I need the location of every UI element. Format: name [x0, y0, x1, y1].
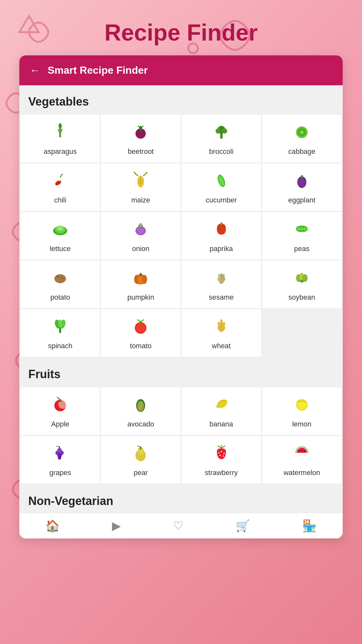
maize-icon — [132, 171, 150, 192]
onion-icon — [132, 220, 150, 241]
list-item[interactable]: lettuce — [21, 212, 100, 259]
svg-point-100 — [301, 450, 302, 451]
list-item[interactable]: strawberry — [182, 436, 261, 483]
asparagus-label: asparagus — [44, 147, 77, 156]
lettuce-label: lettuce — [50, 245, 71, 253]
eggplant-icon — [293, 171, 311, 192]
svg-point-38 — [57, 226, 63, 231]
svg-point-94 — [218, 452, 219, 453]
sesame-icon — [212, 268, 230, 289]
peas-label: peas — [294, 245, 310, 253]
list-item[interactable]: eggplant — [262, 163, 341, 211]
pear-icon — [132, 444, 150, 465]
list-item[interactable]: beetroot — [101, 115, 180, 162]
eggplant-label: eggplant — [288, 196, 315, 204]
svg-point-95 — [221, 451, 222, 452]
vegetables-section-label: Vegetables — [19, 85, 343, 114]
tomato-label: tomato — [130, 342, 152, 350]
svg-point-63 — [300, 280, 304, 283]
svg-point-44 — [300, 227, 303, 230]
chili-icon — [51, 171, 69, 192]
svg-point-98 — [223, 455, 224, 457]
cucumber-label: cucumber — [206, 196, 237, 204]
list-item[interactable]: avocado — [101, 387, 180, 435]
list-item[interactable]: tomato — [101, 309, 180, 357]
play-nav-button[interactable]: ▶ — [112, 519, 121, 533]
soybean-label: soybean — [288, 293, 315, 302]
favorite-nav-button[interactable]: ♡ — [173, 519, 183, 533]
svg-point-9 — [59, 123, 62, 128]
spinach-icon — [51, 317, 69, 338]
svg-rect-53 — [140, 273, 142, 276]
fruits-section-label: Fruits — [19, 358, 343, 386]
svg-point-82 — [138, 404, 143, 410]
potato-icon — [51, 268, 69, 289]
svg-point-89 — [58, 456, 61, 460]
list-item[interactable]: broccoli — [182, 115, 261, 162]
svg-point-34 — [299, 178, 305, 187]
svg-point-40 — [137, 228, 144, 234]
list-item[interactable]: paprika — [182, 212, 261, 259]
list-item[interactable]: maize — [101, 163, 180, 211]
fruits-grid: Apple avocado banana lemon grapes — [19, 386, 343, 485]
list-item[interactable]: onion — [101, 212, 180, 259]
list-item[interactable]: lemon — [262, 387, 341, 435]
avocado-label: avocado — [127, 420, 154, 428]
soybean-icon — [293, 268, 311, 289]
cabbage-label: cabbage — [288, 147, 315, 156]
list-item[interactable]: banana — [182, 387, 261, 435]
svg-point-19 — [222, 128, 227, 134]
list-item[interactable]: Apple — [21, 387, 100, 435]
sesame-label: sesame — [209, 293, 234, 302]
list-item[interactable]: sesame — [182, 261, 261, 308]
bottom-nav: 🏠 ▶ ♡ 🛒 🏪 — [19, 513, 343, 538]
grapes-icon — [51, 444, 69, 465]
strawberry-icon — [212, 444, 230, 465]
svg-point-96 — [223, 453, 225, 454]
paprika-icon — [212, 220, 230, 241]
list-item[interactable]: pumpkin — [101, 261, 180, 308]
chili-label: chili — [54, 196, 66, 204]
list-item[interactable]: watermelon — [262, 436, 341, 483]
store-nav-button[interactable]: 🏪 — [302, 519, 317, 533]
back-button[interactable]: ← — [30, 64, 40, 76]
watermelon-icon — [293, 444, 311, 465]
svg-point-43 — [297, 227, 300, 230]
wheat-label: wheat — [212, 342, 231, 350]
list-item[interactable]: asparagus — [21, 115, 100, 162]
list-item[interactable]: wheat — [182, 309, 261, 357]
svg-point-52 — [142, 275, 147, 284]
svg-rect-35 — [301, 175, 303, 178]
svg-point-45 — [303, 227, 307, 230]
app-card: ← Smart Recipe Finder Vegetables asparag… — [19, 55, 343, 538]
list-item[interactable]: chili — [21, 163, 100, 211]
paprika-label: paprika — [210, 245, 233, 253]
svg-rect-42 — [220, 222, 222, 225]
list-item[interactable]: spinach — [21, 309, 100, 357]
watermelon-label: watermelon — [283, 469, 320, 477]
apple-label: Apple — [51, 420, 69, 428]
app-header: ← Smart Recipe Finder — [19, 55, 343, 85]
svg-point-48 — [61, 277, 63, 279]
app-header-title: Smart Recipe Finder — [48, 64, 148, 76]
wheat-icon — [212, 317, 230, 338]
svg-point-69 — [136, 323, 145, 332]
svg-point-22 — [300, 130, 304, 134]
list-item[interactable]: soybean — [262, 261, 341, 308]
cart-nav-button[interactable]: 🛒 — [236, 519, 250, 533]
strawberry-label: strawberry — [205, 469, 238, 477]
list-item[interactable]: potato — [21, 261, 100, 308]
svg-point-97 — [219, 455, 221, 456]
list-item[interactable]: cabbage — [262, 115, 341, 162]
apple-icon — [51, 395, 69, 416]
beetroot-icon — [132, 123, 150, 144]
list-item[interactable]: grapes — [21, 436, 100, 483]
svg-point-76 — [220, 319, 223, 324]
list-item[interactable]: pear — [101, 436, 180, 483]
pumpkin-label: pumpkin — [127, 293, 154, 302]
home-nav-button[interactable]: 🏠 — [45, 519, 60, 533]
svg-point-99 — [299, 450, 300, 452]
list-item[interactable]: cucumber — [182, 163, 261, 211]
list-item[interactable]: peas — [262, 212, 341, 259]
svg-point-18 — [216, 128, 221, 134]
